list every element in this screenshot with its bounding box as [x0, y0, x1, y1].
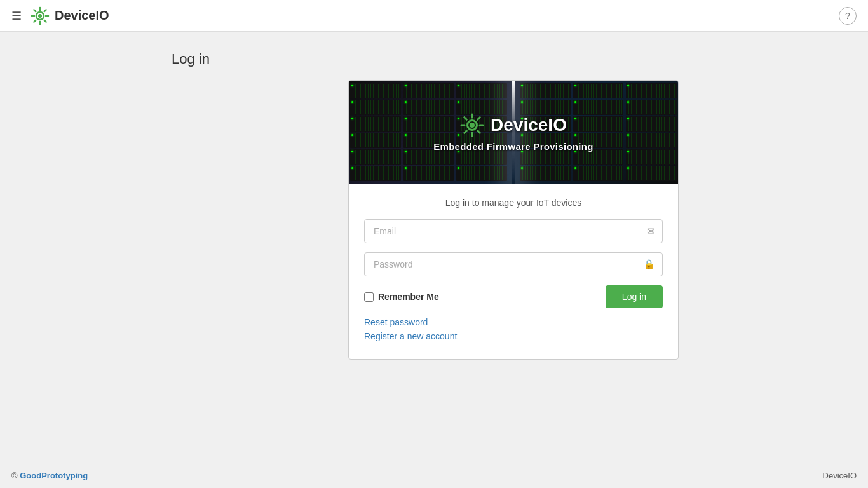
footer-company-link[interactable]: GoodPrototyping — [20, 471, 88, 480]
password-input-group: 🔒 — [364, 252, 663, 276]
email-icon: ✉ — [647, 226, 655, 237]
email-input[interactable] — [364, 219, 663, 243]
password-input[interactable] — [364, 252, 663, 276]
remember-me-text: Remember Me — [378, 292, 439, 302]
hamburger-icon[interactable]: ☰ — [11, 9, 22, 23]
banner-title: DeviceIO — [491, 115, 567, 135]
footer-product-name: DeviceIO — [823, 471, 857, 480]
banner-overlay: DeviceIO Embedded Firmware Provisioning — [349, 81, 678, 184]
banner-image: DeviceIO Embedded Firmware Provisioning — [349, 81, 678, 184]
navbar-left: ☰ DeviceIO — [11, 6, 109, 25]
sidebar — [0, 32, 159, 463]
remember-me-label: Remember Me — [364, 292, 439, 302]
login-card: DeviceIO Embedded Firmware Provisioning … — [348, 80, 679, 360]
brand: DeviceIO — [31, 6, 109, 25]
banner-logo-icon — [460, 113, 484, 137]
footer-copyright: © GoodPrototyping — [11, 471, 88, 480]
reset-password-link[interactable]: Reset password — [364, 317, 663, 327]
footer: © GoodPrototyping DeviceIO — [0, 463, 868, 488]
email-input-group: ✉ — [364, 219, 663, 243]
page-title: Log in — [172, 51, 855, 67]
svg-point-1 — [38, 14, 42, 18]
card-body: Log in to manage your IoT devices ✉ 🔒 Re… — [349, 184, 678, 359]
brand-name: DeviceIO — [55, 8, 109, 23]
login-button[interactable]: Log in — [606, 285, 663, 308]
card-tagline: Log in to manage your IoT devices — [364, 198, 663, 208]
svg-point-3 — [470, 123, 475, 128]
banner-brand: DeviceIO — [460, 113, 567, 137]
banner-subtitle: Embedded Firmware Provisioning — [433, 141, 593, 152]
brand-logo-icon — [31, 6, 50, 25]
register-link[interactable]: Register a new account — [364, 331, 663, 341]
remember-me-checkbox[interactable] — [364, 292, 374, 302]
content-area: Log in — [159, 32, 868, 463]
help-icon[interactable]: ? — [839, 7, 857, 25]
card-links: Reset password Register a new account — [364, 317, 663, 341]
main-wrapper: Log in — [0, 32, 868, 463]
navbar: ☰ DeviceIO ? — [0, 0, 868, 32]
lock-icon: 🔒 — [643, 259, 655, 270]
copyright-symbol: © — [11, 471, 18, 480]
form-row: Remember Me Log in — [364, 285, 663, 308]
